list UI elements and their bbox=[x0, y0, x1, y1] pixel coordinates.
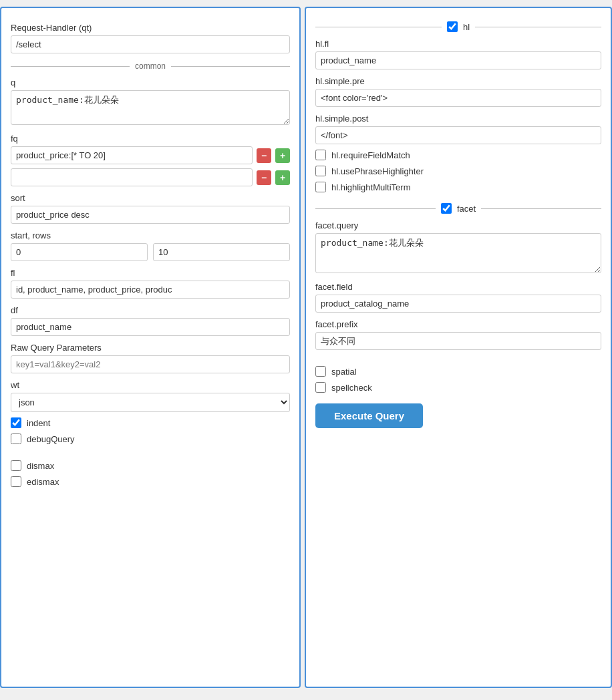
facet-field-input[interactable] bbox=[315, 295, 601, 313]
debug-query-checkbox[interactable] bbox=[11, 433, 21, 444]
q-label: q bbox=[11, 77, 290, 88]
dismax-label[interactable]: dismax bbox=[27, 461, 54, 471]
hl-fl-label: hl.fl bbox=[315, 39, 601, 49]
fl-input[interactable] bbox=[11, 281, 290, 299]
hl-simple-pre-label: hl.simple.pre bbox=[315, 76, 601, 86]
facet-label[interactable]: facet bbox=[457, 204, 476, 214]
wt-select-wrapper: json xml csv python ruby php velocity bbox=[11, 393, 290, 412]
hl-simple-post-label: hl.simple.post bbox=[315, 114, 601, 124]
fq-input-2[interactable] bbox=[11, 168, 253, 186]
request-handler-input[interactable] bbox=[11, 35, 290, 53]
facet-divider-left bbox=[315, 208, 436, 209]
fq-row-2: − + bbox=[11, 168, 290, 186]
facet-divider-right bbox=[481, 208, 601, 209]
spatial-checkbox[interactable] bbox=[315, 366, 326, 377]
hl-require-field-match-label[interactable]: hl.requireFieldMatch bbox=[331, 150, 410, 160]
rows-input[interactable] bbox=[153, 243, 290, 261]
spellcheck-label[interactable]: spellcheck bbox=[331, 383, 372, 393]
hl-label[interactable]: hl bbox=[463, 22, 470, 32]
facet-prefix-label: facet.prefix bbox=[315, 319, 601, 329]
spellcheck-checkbox[interactable] bbox=[315, 382, 326, 393]
debug-query-row: debugQuery bbox=[11, 433, 290, 444]
fq-row-1: − + bbox=[11, 146, 290, 164]
wt-label: wt bbox=[11, 380, 290, 390]
debug-query-label[interactable]: debugQuery bbox=[27, 434, 75, 444]
edismax-row: edismax bbox=[11, 476, 290, 487]
start-rows-label: start, rows bbox=[11, 230, 290, 240]
edismax-checkbox[interactable] bbox=[11, 476, 21, 487]
facet-query-label: facet.query bbox=[315, 220, 601, 230]
fq-input-1[interactable] bbox=[11, 146, 253, 164]
hl-simple-post-input[interactable] bbox=[315, 126, 601, 144]
hl-require-field-match-checkbox[interactable] bbox=[315, 150, 326, 160]
facet-query-input[interactable] bbox=[315, 233, 601, 273]
indent-label[interactable]: indent bbox=[27, 418, 50, 428]
dismax-checkbox[interactable] bbox=[11, 460, 21, 471]
start-rows-container bbox=[11, 243, 290, 261]
facet-section-header: facet bbox=[315, 203, 601, 214]
sort-label: sort bbox=[11, 193, 290, 203]
execute-query-button[interactable]: Execute Query bbox=[315, 403, 423, 428]
fq-plus-btn-2[interactable]: + bbox=[275, 170, 290, 185]
spatial-label[interactable]: spatial bbox=[331, 367, 357, 377]
common-divider-left bbox=[11, 66, 130, 67]
df-input[interactable] bbox=[11, 318, 290, 336]
indent-row: indent bbox=[11, 417, 290, 428]
df-label: df bbox=[11, 305, 290, 315]
fl-label: fl bbox=[11, 268, 290, 278]
fq-label: fq bbox=[11, 134, 290, 144]
edismax-label[interactable]: edismax bbox=[27, 477, 59, 487]
common-section-label: common bbox=[135, 61, 166, 71]
hl-checkbox[interactable] bbox=[447, 21, 458, 32]
sort-input[interactable] bbox=[11, 206, 290, 224]
fq-minus-btn-2[interactable]: − bbox=[257, 170, 271, 185]
wt-select[interactable]: json xml csv python ruby php velocity bbox=[11, 393, 290, 412]
hl-fl-input[interactable] bbox=[315, 51, 601, 69]
right-panel: hl hl.fl hl.simple.pre hl.simple.post hl… bbox=[305, 7, 612, 688]
left-panel: Request-Handler (qt) common q fq − + − +… bbox=[0, 7, 301, 688]
hl-use-phrase-highlighter-checkbox[interactable] bbox=[315, 166, 326, 176]
hl-highlight-multi-term-row: hl.highlightMultiTerm bbox=[315, 182, 601, 192]
hl-highlight-multi-term-checkbox[interactable] bbox=[315, 182, 326, 192]
facet-field-label: facet.field bbox=[315, 282, 601, 292]
raw-query-input[interactable] bbox=[11, 355, 290, 373]
facet-checkbox[interactable] bbox=[441, 203, 452, 214]
request-handler-label: Request-Handler (qt) bbox=[11, 23, 290, 33]
dismax-row: dismax bbox=[11, 460, 290, 471]
spellcheck-row: spellcheck bbox=[315, 382, 601, 393]
fq-plus-btn-1[interactable]: + bbox=[275, 148, 290, 163]
hl-section-header: hl bbox=[315, 21, 601, 32]
spatial-row: spatial bbox=[315, 366, 601, 377]
hl-divider-right bbox=[475, 27, 601, 27]
hl-require-field-match-row: hl.requireFieldMatch bbox=[315, 150, 601, 160]
indent-checkbox[interactable] bbox=[11, 417, 21, 428]
common-divider-right bbox=[171, 66, 290, 67]
hl-divider-left bbox=[315, 27, 442, 27]
fq-minus-btn-1[interactable]: − bbox=[257, 148, 271, 163]
hl-use-phrase-highlighter-label[interactable]: hl.usePhraseHighlighter bbox=[331, 166, 424, 176]
hl-use-phrase-highlighter-row: hl.usePhraseHighlighter bbox=[315, 166, 601, 176]
hl-simple-pre-input[interactable] bbox=[315, 89, 601, 107]
facet-prefix-input[interactable] bbox=[315, 332, 601, 350]
hl-highlight-multi-term-label[interactable]: hl.highlightMultiTerm bbox=[331, 182, 411, 192]
start-input[interactable] bbox=[11, 243, 148, 261]
q-input[interactable] bbox=[11, 90, 290, 125]
raw-query-label: Raw Query Parameters bbox=[11, 343, 290, 353]
